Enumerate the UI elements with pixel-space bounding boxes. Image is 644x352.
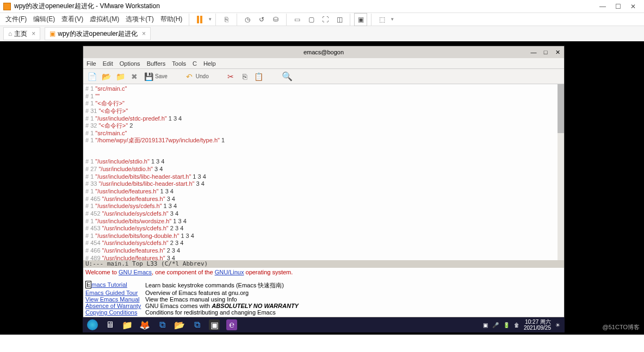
stretch-dropdown[interactable]: ▼ [390,17,394,22]
gnu-linux-link[interactable]: GNU/Linux [215,269,244,275]
tutorial-link[interactable]: macs Tutorial [91,281,127,288]
emacs-menu-c[interactable]: C [193,60,197,67]
pause-button[interactable] [193,13,206,26]
copy-icon[interactable]: ⎘ [240,72,249,81]
maximize-button[interactable]: ☐ [610,3,626,10]
scrollbar-track[interactable] [558,84,564,260]
send-ctrl-alt-del-icon[interactable]: ⎘ [220,13,233,26]
save-button[interactable]: 💾Save [144,72,168,81]
kill-buffer-icon[interactable]: ✖ [130,72,139,81]
tab-bar: ⌂主页× ▣wpy的改进openeuler超进化× [0,26,644,41]
warranty-link[interactable]: Absence of Warranty [85,303,145,309]
menu-help[interactable]: 帮助(H) [157,15,186,24]
desktop-icon[interactable]: 🖥 [104,319,115,330]
fullscreen-icon[interactable]: ▣ [354,13,367,26]
close-tab-icon[interactable]: × [32,30,35,37]
emacs-editor[interactable]: # 1 "src/main.c" # 1 "" # 1 "<命令行>" # 31… [83,84,564,260]
welcome-buffer: Welcome to GNU Emacs, one component of t… [83,268,564,317]
menu-edit[interactable]: 编辑(E) [30,15,58,24]
emacs-title-text: emacs@bogon [304,49,344,55]
manage-snapshots-icon[interactable]: ⛁ [269,13,282,26]
emacs-toolbar: 📄 📂 📁 ✖ 💾Save ↶Undo ✂ ⎘ 📋 🔍 [83,69,564,84]
firefox-icon[interactable]: 🦊 [139,319,150,330]
minimize-button[interactable]: — [595,3,610,10]
files-icon[interactable]: 📁 [122,319,133,330]
emacs-menu-buffers[interactable]: Buffers [147,60,166,67]
new-file-icon[interactable]: 📄 [88,72,96,81]
brightness-icon[interactable]: ☀ [555,322,560,328]
vmware-titlebar: wpy的改进openeuler超进化 - VMware Workstation … [0,0,644,13]
terminal-icon[interactable]: ▣ [209,319,220,330]
close-tab-icon[interactable]: × [142,30,146,37]
emacs-menu-options[interactable]: Options [120,60,140,67]
emacs-minimize[interactable]: — [529,49,538,56]
emacs-menubar: File Edit Options Buffers Tools C Help [83,58,564,69]
menu-tabs[interactable]: 选项卡(T) [122,15,157,24]
home-icon: ⌂ [8,30,12,37]
emacs-menu-file[interactable]: File [86,60,96,67]
power-dropdown[interactable]: ▼ [208,17,212,22]
manual-link[interactable]: View Emacs Manual [85,296,145,303]
emacs-menu-tools[interactable]: Tools [172,60,186,67]
emacs-titlebar: emacs@bogon — □ ✕ [83,46,564,58]
emacs-window: emacs@bogon — □ ✕ File Edit Options Buff… [83,46,565,332]
vm-display: emacs@bogon — □ ✕ File Edit Options Buff… [0,41,644,335]
vmware-menubar: 文件(F) 编辑(E) 查看(V) 虚拟机(M) 选项卡(T) 帮助(H) ▼ … [0,13,644,26]
vmware-logo-icon [3,3,11,10]
unity-icon[interactable]: ◫ [333,13,346,26]
vscode2-icon[interactable]: ⧉ [191,319,202,330]
console-icon[interactable]: ⛶ [319,13,332,26]
menu-view[interactable]: 查看(V) [58,15,86,24]
clock[interactable]: 10:27 周六2021/09/25 [524,319,551,331]
mic-icon[interactable]: 🎤 [492,322,499,328]
emacs-maximize[interactable]: □ [541,49,550,56]
emacs-menu-edit[interactable]: Edit [103,60,113,67]
emacs-menu-help[interactable]: Help [203,60,216,67]
deepin-icon[interactable] [87,319,98,330]
dired-icon[interactable]: 📁 [116,72,125,81]
tab-home[interactable]: ⌂主页× [3,27,40,40]
stretch-icon[interactable]: ⬚ [375,13,388,26]
vscode-icon[interactable]: ⧉ [157,319,168,330]
modeline-1: U:--- main.i Top L33 (C/*l Abbrev) [83,260,564,268]
battery-icon[interactable]: 🔋 [503,322,510,328]
watermark: @51CTO博客 [603,323,640,331]
emacs-icon[interactable]: ℮ [226,319,237,330]
screenshot-icon[interactable]: ▣ [483,322,488,328]
search-icon[interactable]: 🔍 [283,72,292,81]
copying-link[interactable]: Copying Conditions [85,309,145,316]
vm-icon: ▣ [49,30,55,37]
cut-icon[interactable]: ✂ [226,72,235,81]
window-title: wpy的改进openeuler超进化 - VMware Workstation [14,2,595,11]
tour-link[interactable]: Emacs Guided Tour [85,290,145,296]
open-file-icon[interactable]: 📂 [102,72,110,81]
undo-button[interactable]: ↶Undo [185,72,209,81]
paste-icon[interactable]: 📋 [255,72,263,81]
trash-icon[interactable]: 🗑 [514,322,519,328]
emacs-close[interactable]: ✕ [553,49,562,56]
guest-taskbar: 🖥 📁 🦊 ⧉ 📂 ⧉ ▣ ℮ ▣ 🎤 🔋 🗑 10:27 周六2021/09/… [83,317,565,332]
tab-current[interactable]: ▣wpy的改进openeuler超进化× [45,27,151,40]
revert-icon[interactable]: ↺ [255,13,268,26]
scrollbar-thumb[interactable] [558,84,564,133]
fit-guest-icon[interactable]: ▭ [290,13,304,26]
menu-file[interactable]: 文件(F) [2,15,30,24]
close-button[interactable]: ✕ [626,3,641,10]
gnu-emacs-link[interactable]: GNU Emacs [119,269,152,275]
snapshot-icon[interactable]: ◷ [241,13,254,26]
menu-vm[interactable]: 虚拟机(M) [86,15,122,24]
fit-window-icon[interactable]: ▢ [305,13,318,26]
folder-icon[interactable]: 📂 [174,319,185,330]
